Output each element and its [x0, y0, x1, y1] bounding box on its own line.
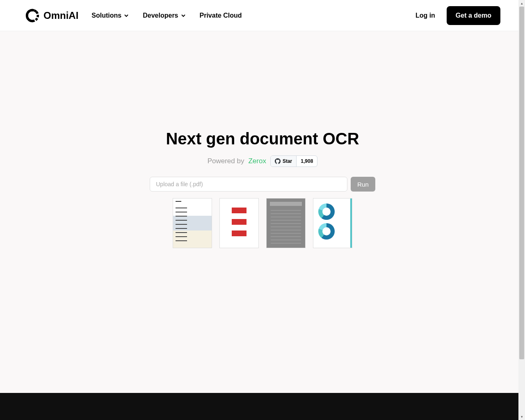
nav-solutions[interactable]: Solutions [91, 12, 129, 19]
nav-private-cloud-label: Private Cloud [200, 12, 242, 19]
sample-doc-3[interactable] [266, 198, 306, 248]
nav-solutions-label: Solutions [91, 12, 121, 19]
github-star-label: Star [283, 158, 292, 164]
main-nav: Solutions Developers Private Cloud [91, 12, 242, 19]
github-star-count[interactable]: 1,908 [297, 158, 317, 164]
footer-edge [0, 393, 525, 420]
page-title: Next gen document OCR [166, 130, 359, 148]
sample-doc-2[interactable] [219, 198, 259, 248]
scrollbar-thumb[interactable] [519, 7, 524, 359]
zerox-link[interactable]: Zerox [248, 157, 266, 165]
scroll-down-icon[interactable]: ▾ [518, 413, 525, 420]
nav-right: Log in Get a demo [415, 6, 500, 25]
get-demo-button[interactable]: Get a demo [447, 6, 500, 25]
top-nav: OmniAI Solutions Developers Private Clou… [0, 0, 525, 31]
sample-thumbnails [173, 198, 352, 248]
nav-developers[interactable]: Developers [143, 12, 185, 19]
run-button[interactable]: Run [351, 177, 375, 192]
github-icon [275, 158, 281, 164]
scrollbar[interactable]: ▴ ▾ [518, 0, 525, 420]
nav-developers-label: Developers [143, 12, 178, 19]
login-link[interactable]: Log in [415, 12, 435, 19]
github-badge: Star 1,908 [270, 155, 317, 167]
upload-input[interactable] [150, 177, 347, 192]
sample-doc-4[interactable] [313, 198, 352, 248]
scroll-up-icon[interactable]: ▴ [518, 0, 525, 7]
github-star-button[interactable]: Star [271, 156, 297, 167]
chevron-down-icon [181, 13, 186, 18]
powered-by-text: Powered by [208, 157, 244, 165]
nav-left: OmniAI Solutions Developers Private Clou… [25, 8, 242, 23]
subtitle-row: Powered by Zerox Star 1,908 [208, 155, 318, 167]
brand-name: OmniAI [43, 10, 78, 21]
chevron-down-icon [124, 13, 129, 18]
brand-logo[interactable]: OmniAI [25, 8, 78, 23]
omni-logo-icon [25, 8, 40, 23]
nav-private-cloud[interactable]: Private Cloud [200, 12, 242, 19]
hero-section: Next gen document OCR Powered by Zerox S… [0, 31, 525, 248]
sample-doc-1[interactable] [173, 198, 212, 248]
upload-row: Run [150, 177, 375, 192]
